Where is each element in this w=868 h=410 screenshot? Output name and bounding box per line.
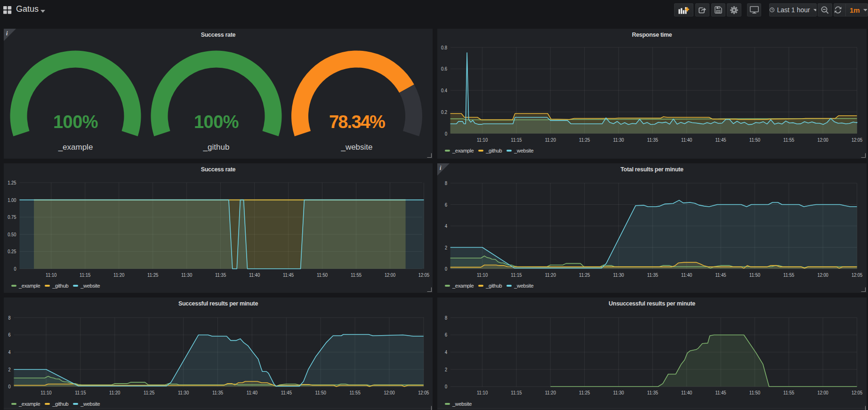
svg-text:0.8: 0.8 [441,45,447,50]
svg-text:11:55: 11:55 [351,272,362,278]
svg-text:11:20: 11:20 [109,390,120,395]
svg-text:11:30: 11:30 [613,272,624,278]
svg-text:11:45: 11:45 [715,137,726,143]
svg-text:6: 6 [8,332,10,338]
svg-text:12:00: 12:00 [818,390,828,395]
svg-text:6: 6 [445,332,447,338]
svg-text:4: 4 [445,223,447,229]
svg-text:11:55: 11:55 [783,137,794,143]
svg-text:11:15: 11:15 [80,272,90,278]
svg-text:11:35: 11:35 [212,390,223,395]
svg-text:2: 2 [8,367,10,372]
svg-text:100%: 100% [53,112,98,132]
svg-text:0.6: 0.6 [441,66,447,72]
svg-text:11:30: 11:30 [613,137,624,143]
svg-text:11:15: 11:15 [75,390,86,395]
svg-text:6: 6 [445,202,447,208]
svg-text:0.75: 0.75 [8,214,16,220]
svg-text:11:50: 11:50 [317,272,328,278]
svg-text:8: 8 [445,315,447,321]
svg-text:0.50: 0.50 [8,232,16,237]
svg-text:11:20: 11:20 [545,137,556,143]
svg-text:11:15: 11:15 [511,390,522,395]
svg-text:11:55: 11:55 [350,390,361,395]
svg-text:0.4: 0.4 [441,88,447,93]
svg-text:11:50: 11:50 [315,390,326,395]
svg-text:11:20: 11:20 [113,272,124,278]
svg-text:78.34%: 78.34% [329,112,385,132]
svg-text:100%: 100% [194,112,239,132]
svg-text:1.00: 1.00 [8,197,16,203]
svg-text:11:25: 11:25 [579,272,590,278]
svg-text:11:40: 11:40 [681,272,692,278]
svg-text:4: 4 [445,349,447,355]
svg-text:4: 4 [8,349,10,355]
svg-text:11:10: 11:10 [40,390,51,395]
svg-text:11:10: 11:10 [477,272,488,278]
svg-text:11:40: 11:40 [681,137,692,143]
svg-text:11:35: 11:35 [647,390,658,395]
svg-text:8: 8 [8,315,10,321]
svg-text:11:35: 11:35 [647,272,658,278]
svg-text:12:05: 12:05 [852,390,862,395]
svg-text:0: 0 [445,384,447,389]
svg-text:0: 0 [445,266,447,272]
svg-text:0: 0 [8,384,10,389]
svg-text:11:15: 11:15 [511,272,522,278]
svg-text:11:45: 11:45 [715,390,726,395]
svg-text:_github: _github [203,143,230,152]
svg-text:0: 0 [14,266,16,272]
svg-text:11:10: 11:10 [477,137,488,143]
svg-text:12:00: 12:00 [818,272,828,278]
svg-text:11:50: 11:50 [749,137,760,143]
svg-text:11:45: 11:45 [283,272,294,278]
svg-text:11:10: 11:10 [46,272,56,278]
svg-text:11:20: 11:20 [545,272,556,278]
svg-text:11:35: 11:35 [647,137,658,143]
svg-text:12:00: 12:00 [385,272,395,278]
svg-text:11:25: 11:25 [144,390,154,395]
svg-text:12:05: 12:05 [852,137,862,143]
svg-text:2: 2 [445,245,447,250]
svg-text:11:25: 11:25 [579,390,590,395]
svg-text:11:40: 11:40 [681,390,692,395]
svg-text:11:50: 11:50 [749,272,760,278]
svg-text:_website: _website [340,143,372,152]
svg-text:0.25: 0.25 [8,249,16,254]
svg-text:_example: _example [58,143,93,152]
svg-text:12:05: 12:05 [852,272,862,278]
svg-text:12:00: 12:00 [818,137,828,143]
svg-text:0.2: 0.2 [441,109,447,115]
svg-text:12:05: 12:05 [418,390,429,395]
svg-text:11:40: 11:40 [247,390,257,395]
svg-text:11:25: 11:25 [147,272,158,278]
svg-text:12:00: 12:00 [384,390,394,395]
svg-text:11:55: 11:55 [783,272,794,278]
svg-text:12:05: 12:05 [418,272,429,278]
svg-text:0: 0 [445,131,447,137]
svg-text:11:40: 11:40 [249,272,260,278]
svg-text:8: 8 [445,180,447,186]
svg-text:11:45: 11:45 [281,390,292,395]
svg-text:11:45: 11:45 [715,272,726,278]
svg-text:11:55: 11:55 [783,390,794,395]
svg-text:11:30: 11:30 [613,390,624,395]
svg-text:2: 2 [445,367,447,372]
svg-text:11:50: 11:50 [749,390,760,395]
svg-text:11:35: 11:35 [215,272,226,278]
svg-text:11:20: 11:20 [545,390,556,395]
svg-text:11:15: 11:15 [511,137,522,143]
svg-text:11:25: 11:25 [579,137,590,143]
svg-text:11:10: 11:10 [477,390,488,395]
svg-text:11:30: 11:30 [178,390,189,395]
svg-text:11:30: 11:30 [181,272,192,278]
svg-text:1.25: 1.25 [8,180,16,185]
